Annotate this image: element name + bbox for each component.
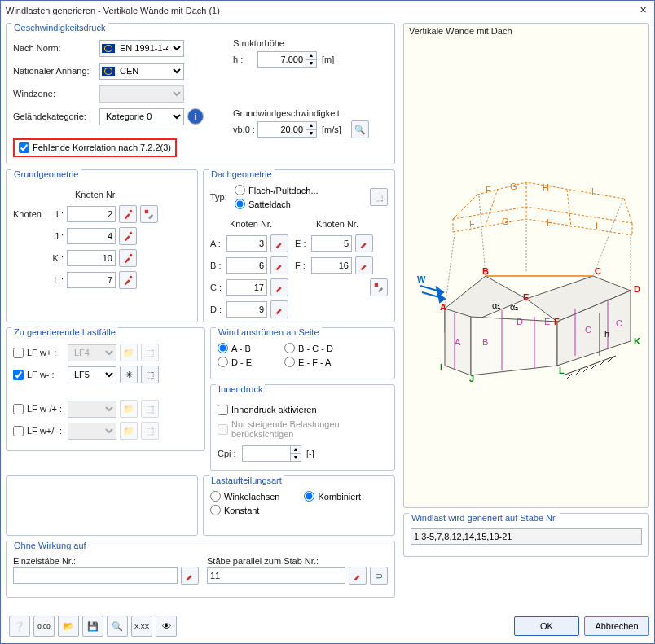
lfwp-new-icon: 📁 bbox=[120, 344, 138, 361]
vb-up[interactable]: ▲ bbox=[306, 121, 317, 129]
C-pick-icon[interactable] bbox=[270, 278, 288, 296]
E-pick-icon[interactable] bbox=[355, 234, 373, 252]
view-icon[interactable]: 👁 bbox=[156, 616, 177, 637]
save-icon[interactable]: 💾 bbox=[82, 616, 103, 637]
dist-winkel-radio[interactable]: Winkelachsen bbox=[210, 491, 279, 502]
lfwm-lbl: LF w- : bbox=[27, 370, 68, 379]
C-input[interactable] bbox=[226, 279, 267, 296]
typ-lbl: Typ: bbox=[210, 192, 235, 202]
svg-text:D: D bbox=[517, 317, 523, 326]
vb-pick-icon[interactable]: 🔍 bbox=[351, 120, 369, 138]
svg-line-62 bbox=[575, 370, 580, 375]
I-pick-icon[interactable] bbox=[119, 205, 137, 223]
I-pick2-icon[interactable] bbox=[140, 205, 158, 223]
single-pick-icon[interactable] bbox=[181, 567, 199, 585]
J-pick-icon[interactable] bbox=[119, 227, 137, 245]
parallel-pick-icon[interactable] bbox=[349, 567, 367, 585]
speed-pressure-group: Geschwindigkeitsdruck Nach Norm: EN 1991… bbox=[6, 23, 395, 164]
h-down[interactable]: ▼ bbox=[306, 59, 317, 68]
vb-down[interactable]: ▼ bbox=[306, 129, 317, 138]
svg-rect-5 bbox=[375, 283, 378, 287]
wind-efa-radio[interactable]: E - F - A bbox=[284, 357, 333, 367]
open-icon[interactable]: 📂 bbox=[58, 616, 79, 637]
units-icon[interactable]: 0.00 bbox=[33, 616, 55, 637]
cpi-up: ▲ bbox=[290, 445, 301, 453]
L-input[interactable] bbox=[67, 272, 116, 288]
svg-text:F: F bbox=[469, 219, 475, 229]
roof-gable-radio[interactable]: Satteldach bbox=[235, 199, 319, 209]
preview-title: Vertikale Wände mit Dach bbox=[409, 26, 512, 36]
svg-text:J: J bbox=[469, 374, 474, 383]
precision-icon[interactable]: X.XX bbox=[131, 616, 152, 637]
svg-text:α₁: α₁ bbox=[492, 300, 500, 310]
single-input[interactable] bbox=[13, 567, 178, 584]
J-input[interactable] bbox=[67, 228, 116, 244]
info-icon[interactable]: i bbox=[187, 108, 204, 125]
svg-text:C: C bbox=[595, 266, 601, 276]
h-input[interactable] bbox=[257, 51, 306, 68]
wind-de-radio[interactable]: D - E bbox=[218, 357, 252, 367]
inner-chk2-lbl: Nur steigende Belastungen berücksichtige… bbox=[231, 419, 388, 439]
roof-title: Dachgeometrie bbox=[209, 169, 275, 179]
terrain-label: Geländekategorie: bbox=[13, 112, 99, 121]
wind-title: Wind anströmen an Seite bbox=[216, 327, 322, 337]
dist-komb-radio[interactable]: Kombiniert bbox=[304, 491, 361, 502]
h-unit: [m] bbox=[322, 55, 334, 64]
lfwmp-edit-icon: ⬚ bbox=[141, 400, 159, 418]
lfwm-edit-icon[interactable]: ⬚ bbox=[141, 366, 159, 383]
B-input[interactable] bbox=[226, 257, 267, 274]
B-lbl: B : bbox=[210, 261, 226, 270]
D-pick-icon[interactable] bbox=[270, 300, 288, 318]
D-input[interactable] bbox=[226, 301, 267, 318]
A-pick-icon[interactable] bbox=[270, 234, 288, 252]
base-geometry-group: Grundgeometrie Knoten Nr. Knoten I : J : bbox=[6, 169, 198, 322]
E-input[interactable] bbox=[311, 235, 352, 252]
lfwp-lbl: LF w+ : bbox=[27, 348, 68, 357]
svg-text:H: H bbox=[547, 217, 553, 227]
roof-flat-radio[interactable]: Flach-/Pultdach... bbox=[235, 185, 319, 195]
lfwm-check[interactable] bbox=[13, 370, 24, 380]
wind-ab-radio[interactable]: A - B bbox=[218, 343, 252, 353]
K-input[interactable] bbox=[67, 250, 116, 266]
knoten-lbl: Knoten bbox=[13, 209, 51, 219]
correlation-label: Fehlende Korrelation nach 7.2.2(3) bbox=[33, 142, 171, 152]
correlation-checkbox[interactable] bbox=[19, 142, 29, 153]
L-lbl: L : bbox=[51, 275, 67, 285]
lfwp-check[interactable] bbox=[13, 348, 24, 358]
lfwm-new-icon[interactable]: ✳ bbox=[120, 366, 138, 383]
vb-input[interactable] bbox=[257, 121, 306, 138]
annex-label: Nationaler Anhang: bbox=[13, 66, 99, 76]
h-up[interactable]: ▲ bbox=[306, 51, 317, 59]
lfwm-select[interactable]: LF5 bbox=[68, 366, 116, 383]
help-icon[interactable]: ❔ bbox=[9, 616, 30, 637]
vb-title: Grundwindgeschwindigkeit bbox=[233, 108, 388, 118]
inner-chk[interactable] bbox=[218, 405, 228, 415]
parallel-input[interactable] bbox=[207, 567, 345, 584]
zoom-icon[interactable]: 🔍 bbox=[107, 616, 128, 637]
close-icon[interactable]: ✕ bbox=[636, 4, 649, 17]
F-input[interactable] bbox=[311, 257, 352, 274]
roof-pickall-icon[interactable] bbox=[370, 278, 388, 296]
A-input[interactable] bbox=[226, 235, 267, 252]
wind-bcd-radio[interactable]: B - C - D bbox=[284, 343, 333, 353]
roof-preview-icon[interactable]: ⬚ bbox=[370, 188, 388, 206]
gen-input bbox=[411, 528, 642, 545]
F-pick-icon[interactable] bbox=[355, 256, 373, 274]
lfwpm-check[interactable] bbox=[13, 426, 24, 436]
parallel-link-icon[interactable]: ⊃ bbox=[370, 567, 388, 585]
lfwmp-check[interactable] bbox=[13, 404, 24, 414]
K-pick-icon[interactable] bbox=[119, 249, 137, 267]
svg-line-21 bbox=[445, 234, 455, 309]
I-input[interactable] bbox=[67, 206, 116, 222]
ok-button[interactable]: OK bbox=[514, 616, 579, 636]
svg-text:E: E bbox=[544, 317, 550, 326]
cancel-button[interactable]: Abbrechen bbox=[584, 616, 649, 636]
dist-konst-radio[interactable]: Konstant bbox=[210, 505, 279, 515]
svg-text:C: C bbox=[616, 318, 622, 328]
B-pick-icon[interactable] bbox=[270, 256, 288, 274]
terrain-select[interactable]: Kategorie 0 bbox=[99, 108, 184, 125]
titlebar: Windlasten generieren - Vertikale Wände … bbox=[1, 1, 654, 20]
L-pick-icon[interactable] bbox=[119, 271, 137, 289]
lfwpm-edit-icon: ⬚ bbox=[141, 422, 159, 440]
svg-text:I: I bbox=[596, 221, 598, 230]
